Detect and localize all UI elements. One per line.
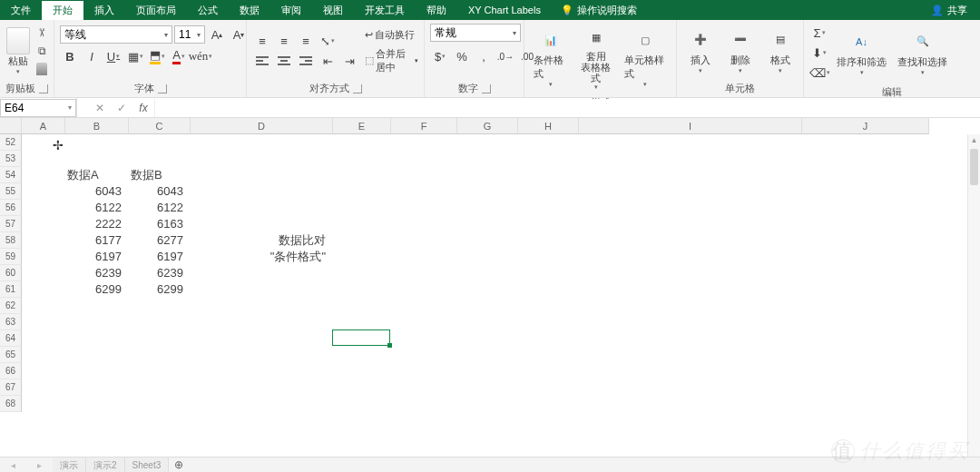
dialog-launcher-icon[interactable] <box>39 84 48 93</box>
font-size-combo[interactable]: 11▾ <box>174 25 205 44</box>
tab-help[interactable]: 帮助 <box>416 1 457 20</box>
align-bottom-button[interactable]: ≡ <box>296 32 316 50</box>
tab-file[interactable]: 文件 <box>0 1 42 20</box>
col-header-G[interactable]: G <box>457 118 518 134</box>
column-headers[interactable]: ABCDEFGHIJ <box>22 118 929 134</box>
scroll-thumb[interactable] <box>970 149 978 185</box>
cell-B59[interactable]: 6197 <box>65 249 129 265</box>
cell-C59[interactable]: 6197 <box>129 249 191 265</box>
tab-data[interactable]: 数据 <box>229 1 270 20</box>
clear-button[interactable]: ⌫ <box>809 64 829 82</box>
row-header-62[interactable]: 62 <box>0 298 22 314</box>
tab-home[interactable]: 开始 <box>42 1 83 20</box>
bold-button[interactable]: B <box>60 47 80 65</box>
row-header-67[interactable]: 67 <box>0 379 22 396</box>
row-header-58[interactable]: 58 <box>0 232 22 249</box>
format-cells-button[interactable]: ▤格式▾ <box>760 25 800 78</box>
row-header-54[interactable]: 54 <box>0 167 22 183</box>
row-header-57[interactable]: 57 <box>0 216 22 232</box>
col-header-F[interactable]: F <box>391 118 457 134</box>
cell-B58[interactable]: 6177 <box>65 232 129 249</box>
row-header-63[interactable]: 63 <box>0 314 22 330</box>
cell-B56[interactable]: 6122 <box>65 200 129 216</box>
dialog-launcher-icon[interactable] <box>158 84 167 93</box>
find-select-button[interactable]: 🔍查找和选择▾ <box>892 26 953 80</box>
cell-D58[interactable]: 数据比对 <box>191 232 333 249</box>
cell-B55[interactable]: 6043 <box>65 183 129 200</box>
cell-B57[interactable]: 2222 <box>65 216 129 232</box>
row-header-66[interactable]: 66 <box>0 363 22 379</box>
cell-C56[interactable]: 6122 <box>129 200 191 216</box>
tab-review[interactable]: 审阅 <box>270 1 312 20</box>
comma-style-button[interactable]: , <box>474 47 494 65</box>
row-header-60[interactable]: 60 <box>0 265 22 281</box>
col-header-B[interactable]: B <box>65 118 129 134</box>
format-painter-button[interactable] <box>34 62 50 76</box>
cancel-formula-button[interactable]: ✕ <box>89 102 111 114</box>
cell-styles-button[interactable]: ▢单元格样式▾ <box>619 25 672 92</box>
copy-button[interactable]: ⧉ <box>34 44 50 58</box>
merge-center-button[interactable]: ⬚合并后居中▾ <box>365 47 418 74</box>
scroll-up-button[interactable]: ▲ <box>968 134 980 147</box>
cell-D59[interactable]: "条件格式" <box>191 249 333 265</box>
worksheet-grid[interactable]: ABCDEFGHIJ 52535455565758596061626364656… <box>0 118 980 457</box>
col-header-D[interactable]: D <box>191 118 333 134</box>
align-middle-button[interactable]: ≡ <box>274 32 294 50</box>
col-header-I[interactable]: I <box>579 118 802 134</box>
tell-me[interactable]: 💡操作说明搜索 <box>561 4 637 17</box>
row-header-53[interactable]: 53 <box>0 151 22 167</box>
sheet-tab-2[interactable]: Sheet3 <box>125 457 170 472</box>
col-header-E[interactable]: E <box>333 118 391 134</box>
wrap-text-button[interactable]: ↩自动换行 <box>365 28 418 42</box>
cut-button[interactable]: ✂ <box>34 25 49 41</box>
accounting-format-button[interactable]: $ <box>430 47 450 65</box>
decrease-indent-button[interactable]: ⇤ <box>318 52 338 70</box>
fill-color-button[interactable]: ⬒ <box>147 47 167 65</box>
cell-area[interactable]: ✢ 数据A数据B60436122222261776197623962996043… <box>22 134 980 457</box>
row-header-65[interactable]: 65 <box>0 347 22 363</box>
dialog-launcher-icon[interactable] <box>353 84 362 93</box>
increase-font-button[interactable]: A▴ <box>207 25 227 44</box>
align-left-button[interactable] <box>252 52 272 70</box>
paste-button[interactable]: 粘贴 ▾ <box>4 27 32 75</box>
cell-C54[interactable]: 数据B <box>129 167 191 183</box>
cell-C61[interactable]: 6299 <box>129 281 191 298</box>
insert-cells-button[interactable]: ➕插入▾ <box>681 25 720 78</box>
align-right-button[interactable] <box>296 52 316 70</box>
tab-xychart[interactable]: XY Chart Labels <box>457 2 552 18</box>
cell-C58[interactable]: 6277 <box>129 232 191 249</box>
row-header-64[interactable]: 64 <box>0 330 22 347</box>
row-header-59[interactable]: 59 <box>0 249 22 265</box>
insert-function-button[interactable]: fx <box>132 102 154 114</box>
cell-B61[interactable]: 6299 <box>65 281 129 298</box>
delete-cells-button[interactable]: ➖删除▾ <box>720 25 760 78</box>
number-format-combo[interactable]: 常规▾ <box>430 24 521 42</box>
dialog-launcher-icon[interactable] <box>482 84 491 93</box>
sheet-tab-0[interactable]: 演示 <box>53 457 86 472</box>
col-header-C[interactable]: C <box>129 118 191 134</box>
tab-formulas[interactable]: 公式 <box>187 1 229 20</box>
tab-developer[interactable]: 开发工具 <box>354 1 416 20</box>
enter-formula-button[interactable]: ✓ <box>111 102 132 114</box>
row-header-55[interactable]: 55 <box>0 183 22 200</box>
row-header-56[interactable]: 56 <box>0 200 22 216</box>
vertical-scrollbar[interactable]: ▲ <box>967 134 980 457</box>
font-color-button[interactable]: A <box>169 47 189 65</box>
font-name-combo[interactable]: 等线▾ <box>60 25 172 44</box>
tab-page-layout[interactable]: 页面布局 <box>125 1 187 20</box>
tab-insert[interactable]: 插入 <box>83 1 125 20</box>
fill-button[interactable]: ⬇ <box>809 44 829 62</box>
sheet-tab-1[interactable]: 演示2 <box>86 457 125 472</box>
cell-B54[interactable]: 数据A <box>65 167 129 183</box>
format-as-table-button[interactable]: ▦套用 表格格式▾ <box>573 22 619 94</box>
row-header-61[interactable]: 61 <box>0 281 22 298</box>
align-center-button[interactable] <box>274 52 294 70</box>
sheet-nav-buttons[interactable]: ◂▸ <box>0 460 53 470</box>
active-cell[interactable] <box>332 329 390 346</box>
row-header-68[interactable]: 68 <box>0 396 22 412</box>
phonetic-guide-button[interactable]: wén <box>191 47 211 65</box>
row-headers[interactable]: 5253545556575859606162636465666768 <box>0 134 22 412</box>
orientation-button[interactable]: ⤡ <box>318 32 338 50</box>
row-header-52[interactable]: 52 <box>0 134 22 151</box>
share-button[interactable]: 👤共享 <box>918 4 980 17</box>
